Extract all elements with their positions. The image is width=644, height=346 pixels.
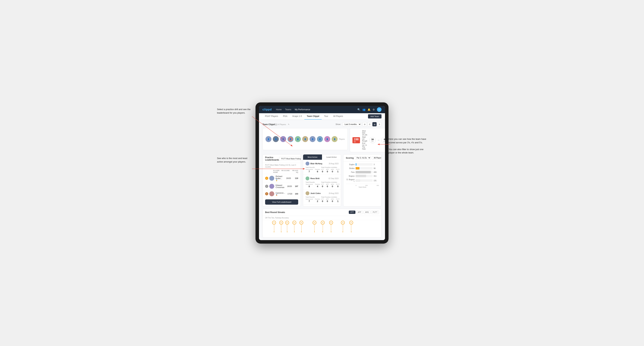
shot-circle-1: 16 yds bbox=[370, 137, 376, 143]
activity-player-1: Blair McHarg 26 Aug 2023 Total Rounds To bbox=[303, 160, 341, 175]
page-wrapper: Select a practice drill and see the lead… bbox=[217, 102, 427, 244]
activity-player-2: Rees Britt 02 Sep 2023 Total Rounds Tour bbox=[303, 175, 341, 190]
player-avatar-5[interactable]: 👤 bbox=[295, 136, 301, 142]
content-grid: Practice Leaderboards PUTT Must Make Put… bbox=[262, 154, 382, 206]
player-avatar-8[interactable]: 👤 bbox=[317, 136, 323, 142]
scoring-par-select[interactable]: Par 3, 4 & 5s bbox=[355, 156, 371, 160]
pa-putt-1: PUTT 1 bbox=[336, 169, 340, 173]
chart-value-pars: 499 bbox=[374, 171, 379, 173]
nav-teams[interactable]: Teams bbox=[285, 108, 291, 112]
pa-name-1: Blair McHarg bbox=[310, 163, 322, 165]
pa-arg-3: ARG 0 bbox=[331, 198, 334, 202]
tab-ott[interactable]: OTT bbox=[349, 211, 356, 214]
streak-dot-0 bbox=[274, 231, 274, 232]
streaks-subtitle: Off The Tee, Fairway Accuracy bbox=[263, 216, 381, 220]
player-avatar-6[interactable]: 👤 bbox=[302, 136, 308, 142]
lb-player-name-2: Edward Crossman bbox=[276, 184, 284, 188]
player-avatar-3[interactable]: 👤 bbox=[280, 136, 286, 142]
scoring-player-select[interactable]: All Players bbox=[372, 156, 382, 160]
sub-nav-hcaps[interactable]: Hcaps 1-5 bbox=[290, 113, 304, 120]
tab-app[interactable]: APP bbox=[356, 211, 363, 214]
nav-my-performance[interactable]: My Performance bbox=[295, 108, 310, 112]
player-avatar-1[interactable]: 👤 bbox=[266, 136, 272, 142]
team-title-area: Team Clippd | 14 Players ✎ bbox=[262, 123, 290, 126]
pa-rounds-row-3: Tournament 7 Practice 2 bbox=[306, 198, 320, 202]
pa-name-2: Rees Britt bbox=[310, 177, 320, 179]
sub-nav-pgat[interactable]: PGAT Players bbox=[262, 113, 280, 120]
chart-row-eagles: Eagles 3 bbox=[346, 163, 379, 166]
tab-putt[interactable]: PUTT bbox=[371, 211, 379, 214]
sub-nav-team-clippd[interactable]: Team Clippd bbox=[304, 113, 322, 120]
team-name: Team Clippd bbox=[262, 123, 275, 126]
list-view-btn[interactable]: ☰ bbox=[368, 122, 372, 126]
player-avatar-4[interactable]: 👤 bbox=[288, 136, 294, 142]
bell-icon[interactable]: 🔔 bbox=[368, 108, 370, 111]
pa-stats-3: Total Rounds Tournament 7 Practice bbox=[306, 196, 338, 202]
pa-date-2: 02 Sep 2023 bbox=[329, 177, 338, 179]
shot-badge: 198 SC bbox=[352, 137, 360, 143]
show-select[interactable]: Last 3 months bbox=[342, 122, 361, 126]
lb-player-name-1: Richard Butler... 🥇 bbox=[276, 175, 282, 181]
sub-nav-pga[interactable]: PGA bbox=[280, 113, 290, 120]
streak-dot-1 bbox=[281, 231, 282, 232]
shot-start-lie-row: Start Lie: Rough bbox=[362, 136, 367, 142]
view-full-leaderboard-button[interactable]: View Full Leaderboard bbox=[265, 199, 298, 205]
most-active-btn[interactable]: Most Active bbox=[303, 155, 322, 160]
add-team-button[interactable]: Add Team bbox=[368, 114, 382, 119]
streak-dot-4 bbox=[301, 231, 302, 232]
lb-score-2: 18/20 bbox=[284, 185, 292, 187]
players-section: 👤 👤 👤 👤 👤 👤 👤 👤 👤 👤 Players bbox=[262, 128, 348, 150]
axis-200: 200 bbox=[366, 185, 368, 186]
streaks-chart: 7x 6x 6x 5x 5x 4x 4x 4x bbox=[263, 220, 381, 237]
rank-badge-1: 1 bbox=[265, 177, 268, 180]
pa-header-1: Blair McHarg 26 Aug 2023 bbox=[306, 162, 338, 166]
nav-home[interactable]: Home bbox=[276, 108, 282, 112]
streak-badge-9: 3x bbox=[349, 221, 353, 224]
streak-line-9 bbox=[351, 224, 351, 231]
settings-icon[interactable]: ⚙ bbox=[372, 108, 375, 111]
least-active-btn[interactable]: Least Active bbox=[322, 155, 341, 160]
sub-nav-all-players[interactable]: All Players bbox=[330, 113, 346, 120]
sort-btn[interactable]: ⇅ bbox=[377, 122, 382, 126]
leaderboard-row-1: 1 Richard Butler... 🥇 19/20 110 bbox=[263, 174, 301, 183]
annotation-bottom-left: See who is the most and least active amo… bbox=[217, 157, 252, 163]
player-avatar-wrapper-1[interactable]: 👤 bbox=[266, 136, 272, 142]
pa-tournament-2: Tournament 8 bbox=[306, 183, 313, 188]
lb-avg-1: 110 bbox=[291, 177, 298, 179]
players-shot-row: 👤 👤 👤 👤 👤 👤 👤 👤 👤 👤 Players bbox=[262, 128, 382, 152]
shot-details: Shot Dist: 16 yds Start Lie: Rough End L… bbox=[362, 130, 367, 150]
leaderboard-subtitle: PUTT Must Make Putting (3-6 ft), Last 3 … bbox=[263, 163, 301, 169]
edit-icon[interactable]: ✎ bbox=[288, 123, 290, 126]
player-avatar-7[interactable]: 👤 bbox=[310, 136, 316, 142]
show-label: Show: bbox=[336, 123, 341, 125]
streak-point-5: 4x bbox=[312, 221, 316, 232]
main-content: Team Clippd | 14 Players ✎ Show: Last 3 … bbox=[259, 120, 385, 240]
scoring-chart: Eagles 3 Birdies bbox=[343, 162, 381, 191]
pa-activities-label-3: Total Practice Activities bbox=[321, 196, 340, 198]
chart-row-dbogeys: D. Bogeys + 131 bbox=[346, 178, 379, 182]
search-icon[interactable]: 🔍 bbox=[357, 108, 360, 111]
annotation-top-right: Here you can see how the team have score… bbox=[388, 137, 427, 155]
card-view-btn[interactable]: ▤ bbox=[372, 122, 376, 126]
scoring-card: Scoring Par 3, 4 & 5s All Players Eagles bbox=[343, 154, 382, 206]
view-icons: ⊞ ☰ ▤ ⇅ bbox=[362, 122, 382, 126]
player-avatar-2[interactable]: 👤 bbox=[273, 136, 279, 142]
pa-rounds-group-2: Total Rounds Tournament 8 Practice bbox=[306, 181, 320, 188]
pa-rounds-group-1: Total Rounds Tournament 7 Practice bbox=[306, 167, 320, 173]
lb-avg-2: 107 bbox=[292, 185, 298, 187]
sub-nav-tour[interactable]: Tour bbox=[322, 113, 330, 120]
tab-arg[interactable]: ARG bbox=[364, 211, 370, 214]
streaks-section: Best Round Streaks OTT APP ARG PUTT Off … bbox=[262, 209, 382, 238]
lb-score-3: 17/20 bbox=[285, 193, 292, 195]
pa-tournament-3: Tournament 7 bbox=[306, 198, 313, 202]
people-icon[interactable]: 👥 bbox=[362, 108, 366, 111]
streak-point-0: 7x bbox=[272, 221, 276, 232]
grid-view-btn[interactable]: ⊞ bbox=[362, 122, 367, 126]
user-avatar[interactable]: U bbox=[377, 107, 382, 112]
lb-score-1: 19/20 bbox=[282, 177, 291, 179]
player-avatar-9[interactable]: 👤 bbox=[324, 136, 330, 142]
player-avatar-10[interactable]: 👤 bbox=[332, 136, 338, 142]
chart-bar-container-pars bbox=[356, 171, 372, 173]
streak-dot-8 bbox=[342, 231, 343, 232]
leaderboard-drill-select[interactable]: PUTT Must Make Putting... bbox=[279, 157, 301, 161]
